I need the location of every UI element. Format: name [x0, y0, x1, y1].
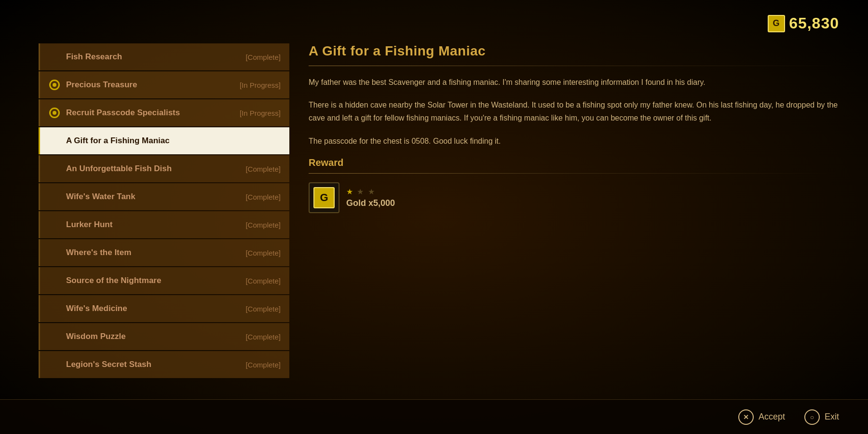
reward-icon-box: G	[309, 182, 339, 213]
quest-item-wisdom-puzzle[interactable]: Wisdom Puzzle[Complete]	[39, 323, 289, 350]
reward-stars: ★ ★ ★	[346, 187, 395, 196]
quest-name: Legion's Secret Stash	[66, 360, 241, 369]
quest-item-legions-secret[interactable]: Legion's Secret Stash[Complete]	[39, 351, 289, 378]
quest-status: [Complete]	[245, 221, 281, 229]
detail-panel: A Gift for a Fishing Maniac My father wa…	[309, 43, 839, 395]
quest-status: [Complete]	[245, 193, 281, 201]
quest-name: A Gift for a Fishing Maniac	[66, 136, 281, 146]
quest-item-gift-fishing[interactable]: A Gift for a Fishing Maniac	[39, 127, 289, 154]
title-divider	[309, 66, 839, 66]
exit-action[interactable]: ○ Exit	[804, 409, 839, 425]
quest-name: Where's the Item	[66, 248, 241, 258]
gold-icon: G	[768, 15, 785, 32]
reward-label: Reward	[309, 157, 839, 168]
quest-item-source-nightmare[interactable]: Source of the Nightmare[Complete]	[39, 267, 289, 294]
reward-info: ★ ★ ★ Gold x5,000	[346, 187, 395, 208]
quest-status: [Complete]	[245, 249, 281, 257]
game-screen: G 65,830 Fish Research[Complete]Precious…	[0, 0, 868, 434]
quest-item-unforgettable-fish[interactable]: An Unforgettable Fish Dish[Complete]	[39, 155, 289, 182]
quest-item-lurker-hunt[interactable]: Lurker Hunt[Complete]	[39, 211, 289, 238]
quest-icon-spacer	[49, 331, 60, 342]
currency-display: G 65,830	[768, 14, 839, 32]
quest-icon-spacer	[49, 247, 60, 258]
quest-item-wifes-water-tank[interactable]: Wife's Water Tank[Complete]	[39, 183, 289, 210]
quest-name: Fish Research	[66, 52, 241, 62]
quest-item-fish-research[interactable]: Fish Research[Complete]	[39, 43, 289, 70]
star-filled-1: ★	[346, 188, 354, 196]
bottom-bar: ✕ Accept ○ Exit	[0, 399, 868, 434]
quest-icon-spacer	[49, 51, 60, 63]
quest-icon-spacer	[49, 191, 60, 203]
reward-divider	[309, 173, 839, 174]
quest-item-wheres-item[interactable]: Where's the Item[Complete]	[39, 239, 289, 266]
exit-label: Exit	[825, 412, 839, 422]
accept-label: Accept	[759, 412, 785, 422]
quest-status: [Complete]	[245, 277, 281, 285]
description-3: The passcode for the chest is 0508. Good…	[309, 135, 839, 148]
quest-name: Wisdom Puzzle	[66, 332, 241, 341]
quest-status: [Complete]	[245, 53, 281, 61]
quest-icon-spacer	[49, 303, 60, 314]
quest-name: Recruit Passcode Specialists	[66, 108, 235, 118]
quest-icon-spacer	[49, 219, 60, 231]
quest-name: An Unforgettable Fish Dish	[66, 164, 241, 174]
quest-name: Lurker Hunt	[66, 220, 241, 230]
quest-icon-spacer	[49, 359, 60, 370]
detail-title: A Gift for a Fishing Maniac	[309, 43, 839, 59]
quest-item-precious-treasure[interactable]: Precious Treasure[In Progress]	[39, 71, 289, 98]
star-empty-1: ★	[357, 188, 365, 196]
quest-item-wifes-medicine[interactable]: Wife's Medicine[Complete]	[39, 295, 289, 322]
quest-progress-icon	[49, 79, 60, 91]
quest-status: [Complete]	[245, 165, 281, 173]
quest-icon-spacer	[49, 135, 60, 147]
reward-section: Reward G ★ ★ ★ Gold x5,000	[309, 157, 839, 213]
quest-item-recruit-passcode[interactable]: Recruit Passcode Specialists[In Progress…	[39, 99, 289, 126]
quest-progress-icon	[49, 107, 60, 119]
quest-status: [Complete]	[245, 305, 281, 313]
quest-status: [Complete]	[245, 333, 281, 341]
quest-list: Fish Research[Complete]Precious Treasure…	[39, 43, 289, 395]
accept-button-icon[interactable]: ✕	[738, 409, 754, 425]
currency-amount: 65,830	[789, 14, 839, 32]
quest-status: [In Progress]	[240, 109, 281, 117]
quest-icon-spacer	[49, 163, 60, 175]
quest-name: Precious Treasure	[66, 80, 235, 90]
description-2: There is a hidden cave nearby the Solar …	[309, 98, 839, 124]
quest-status: [Complete]	[245, 361, 281, 369]
star-empty-2: ★	[368, 188, 376, 196]
quest-name: Source of the Nightmare	[66, 276, 241, 285]
reward-item: G ★ ★ ★ Gold x5,000	[309, 182, 839, 213]
exit-button-icon[interactable]: ○	[804, 409, 820, 425]
description-1: My father was the best Scavenger and a f…	[309, 76, 839, 89]
quest-icon-spacer	[49, 275, 60, 286]
reward-gold-icon: G	[313, 187, 335, 208]
accept-action[interactable]: ✕ Accept	[738, 409, 785, 425]
reward-name: Gold x5,000	[346, 198, 395, 208]
quest-name: Wife's Medicine	[66, 304, 241, 313]
quest-status: [In Progress]	[240, 81, 281, 89]
quest-name: Wife's Water Tank	[66, 192, 241, 202]
